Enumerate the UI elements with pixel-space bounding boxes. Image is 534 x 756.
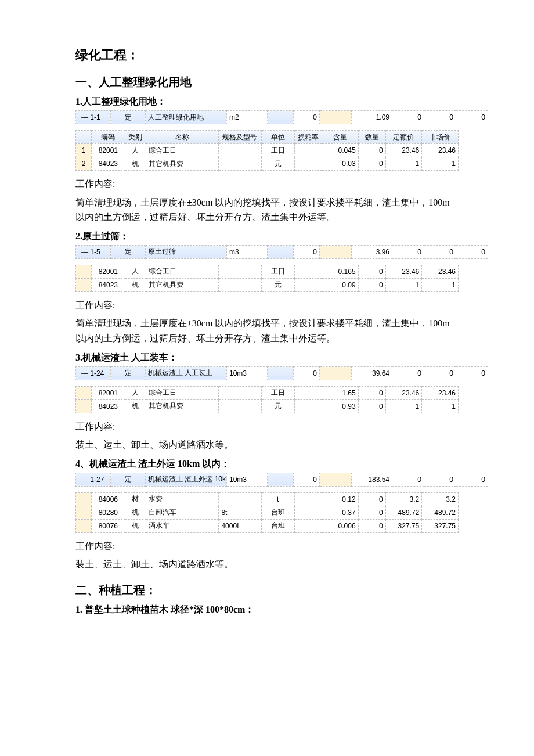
cell: 台班 — [261, 519, 294, 532]
line-item-table-2: └─ 1-5 定 原土过筛 m3 0 3.96 0 0 0 — [75, 245, 488, 259]
kind-cell: 定 — [111, 366, 146, 380]
doc-title: 绿化工程： — [75, 46, 459, 64]
cell — [219, 399, 261, 413]
cell: 0 — [392, 473, 424, 486]
cell: 84023 — [92, 399, 125, 413]
cell: 23.46 — [422, 386, 459, 399]
sub-2-1: 1. 普坚土土球种植苗木 球径*深 100*80cm： — [75, 604, 459, 616]
cell — [268, 111, 294, 124]
cell — [76, 519, 92, 532]
cell: 0.165 — [322, 265, 358, 278]
cell: 人 — [125, 144, 146, 157]
section-1-heading: 一、人工整理绿化用地 — [75, 74, 459, 90]
line-item-table-3: └─ 1-24 定 机械运渣土 人工装土 10m3 0 39.64 0 0 0 — [75, 366, 488, 380]
work-content-label: 工作内容: — [75, 177, 459, 192]
cell: 0.006 — [322, 519, 358, 532]
header-cell: 定额价 — [385, 131, 422, 144]
cell: 洒水车 — [146, 519, 219, 532]
cell: 0 — [424, 245, 456, 258]
cell: 其它机具费 — [146, 157, 219, 171]
cell: 1 — [76, 144, 92, 157]
cell: 机 — [125, 399, 146, 413]
cell: 0 — [424, 111, 456, 124]
cell: 工日 — [261, 386, 294, 399]
cell: 0 — [456, 473, 488, 486]
cell: 0.37 — [322, 506, 358, 519]
cell: 0 — [358, 278, 385, 291]
header-cell: 类别 — [125, 131, 146, 144]
cell — [294, 386, 322, 399]
name-cell: 机械运渣土 渣土外运 10km以内 — [146, 473, 227, 486]
cell: 其它机具费 — [146, 399, 219, 413]
cell: 0 — [392, 366, 424, 380]
header-cell: 名称 — [146, 131, 219, 144]
cell: 0.045 — [322, 144, 358, 157]
cell: 1.65 — [322, 386, 358, 399]
work-content-text: 装土、运土、卸土、场内道路洒水等。 — [75, 437, 459, 452]
header-cell: 数量 — [358, 131, 385, 144]
cell: 机 — [125, 519, 146, 532]
resource-table-2: 82001人综合工日工日0.165023.4623.4684023机其它机具费元… — [75, 265, 459, 292]
table-row: 84023机其它机具费元0.09011 — [76, 278, 459, 291]
cell — [76, 278, 92, 291]
line-item-table-1: └─ 1-1 定 人工整理绿化用地 m2 0 1.09 0 0 0 — [75, 110, 488, 124]
cell: 0 — [392, 245, 424, 258]
cell: 0 — [358, 144, 385, 157]
cell: 3.2 — [385, 492, 422, 506]
cell: 0 — [358, 399, 385, 413]
cell: 元 — [261, 278, 294, 291]
cell: 82001 — [92, 386, 125, 399]
header-cell: 含量 — [322, 131, 358, 144]
cell — [268, 366, 294, 380]
cell: 材 — [125, 492, 146, 506]
table-row: └─ 1-5 定 原土过筛 m3 0 3.96 0 0 0 — [76, 245, 488, 258]
unit-cell: m3 — [227, 245, 268, 258]
work-content-label: 工作内容: — [75, 539, 459, 554]
cell — [268, 473, 294, 486]
table-row: └─ 1-1 定 人工整理绿化用地 m2 0 1.09 0 0 0 — [76, 111, 488, 124]
cell: 489.72 — [385, 506, 422, 519]
cell — [76, 506, 92, 519]
rate-cell: 3.96 — [352, 245, 392, 258]
cell — [320, 473, 352, 486]
cell: 80280 — [92, 506, 125, 519]
cell: 0 — [424, 366, 456, 380]
cell: 327.75 — [422, 519, 459, 532]
cell: 489.72 — [422, 506, 459, 519]
cell — [294, 265, 322, 278]
name-cell: 机械运渣土 人工装土 — [146, 366, 227, 380]
cell: 0 — [456, 366, 488, 380]
cell: 82001 — [92, 265, 125, 278]
cell: 人 — [125, 265, 146, 278]
header-cell: 损耗率 — [294, 131, 322, 144]
sub-1-1: 1.人工整理绿化用地： — [75, 96, 459, 108]
cell: 综合工日 — [146, 265, 219, 278]
cell: 82001 — [92, 144, 125, 157]
cell: 机 — [125, 157, 146, 171]
tree-code: └─ 1-1 — [76, 111, 111, 124]
name-cell: 原土过筛 — [146, 245, 227, 258]
line-item-table-4: └─ 1-27 定 机械运渣土 渣土外运 10km以内 10m3 0 183.5… — [75, 473, 488, 487]
work-content-text: 装土、运土、卸土、场内道路洒水等。 — [75, 557, 459, 572]
cell — [76, 399, 92, 413]
cell: 0.12 — [322, 492, 358, 506]
cell: 1 — [422, 157, 459, 171]
table-row: 82001人综合工日工日0.165023.4623.46 — [76, 265, 459, 278]
cell: 0 — [358, 492, 385, 506]
cell — [294, 157, 322, 171]
tree-code: └─ 1-5 — [76, 245, 111, 258]
cell: 0 — [456, 111, 488, 124]
cell: 23.46 — [385, 265, 422, 278]
table-row: 284023机其它机具费元0.03011 — [76, 157, 459, 171]
cell — [219, 144, 261, 157]
cell: 1 — [385, 278, 422, 291]
cell: 0 — [358, 265, 385, 278]
cell — [76, 265, 92, 278]
cell — [219, 265, 261, 278]
table-row: 80280机自卸汽车8t台班0.370489.72489.72 — [76, 506, 459, 519]
cell: 8t — [219, 506, 261, 519]
table-header-row: 编码 类别 名称 规格及型号 单位 损耗率 含量 数量 定额价 市场价 — [76, 131, 459, 144]
cell: 0.93 — [322, 399, 358, 413]
cell: 2 — [76, 157, 92, 171]
cell: 综合工日 — [146, 386, 219, 399]
